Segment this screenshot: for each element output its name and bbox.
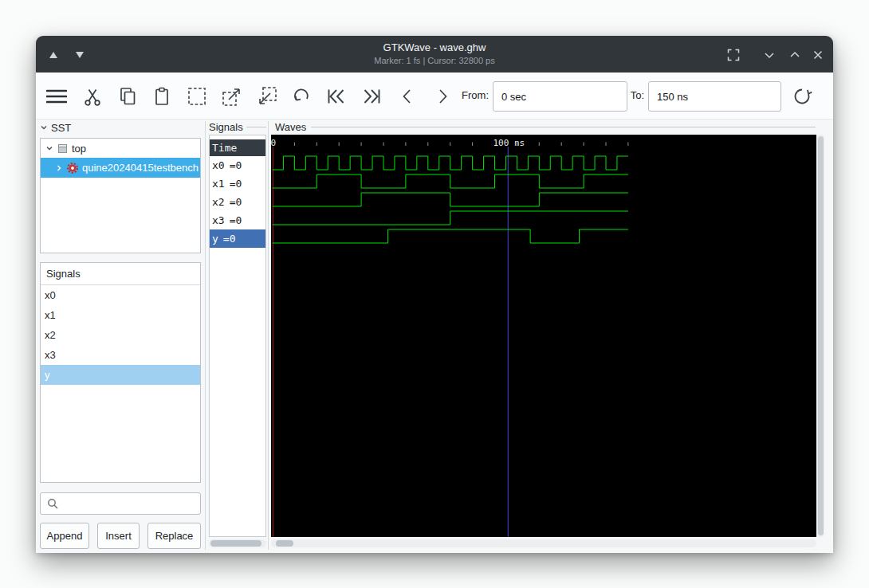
paste-button[interactable] xyxy=(148,83,175,110)
panel-splitter-right[interactable] xyxy=(268,121,269,550)
undo-button[interactable] xyxy=(288,83,315,110)
signal-name: x3 xyxy=(212,214,225,226)
signals-frame-line xyxy=(246,127,266,127)
signal-name: x1 xyxy=(212,178,225,190)
sst-tree: top quine20240415testbench xyxy=(40,138,201,253)
tree-item-top[interactable]: top xyxy=(41,139,200,158)
menu-icon xyxy=(46,88,67,104)
to-input[interactable] xyxy=(648,81,781,112)
signal-name-column: Time x0=0 x1=0 x2=0 x3=0 y=0 xyxy=(209,135,266,537)
panel-splitter-left[interactable] xyxy=(205,121,206,550)
signal-search-input[interactable] xyxy=(40,492,201,515)
signal-list-header: Signals xyxy=(41,263,200,285)
wave-signal-row-x1[interactable]: x1=0 xyxy=(210,174,265,193)
signal-value: =0 xyxy=(230,159,242,171)
scrollbar-thumb[interactable] xyxy=(818,136,824,535)
tree-item-label: top xyxy=(72,143,86,155)
time-header[interactable]: Time xyxy=(210,139,265,156)
desktop: GTKWave - wave.ghw Marker: 1 fs | Cursor… xyxy=(0,0,869,588)
close-icon xyxy=(812,49,824,61)
skip-to-end-icon xyxy=(361,87,382,106)
window-subtitle: Marker: 1 fs | Cursor: 32800 ps xyxy=(36,56,833,65)
main-content: SST top quine20240415testbench xyxy=(36,119,833,553)
close-button[interactable] xyxy=(809,46,827,64)
signals-frame-label: Signals xyxy=(209,121,243,133)
wave-signal-row-x2[interactable]: x2=0 xyxy=(210,193,265,211)
wave-canvas-svg: 0100 ns xyxy=(271,135,816,537)
signal-value: =0 xyxy=(230,178,242,190)
svg-text:0: 0 xyxy=(271,138,276,148)
signal-list-item-y[interactable]: y xyxy=(41,365,200,385)
wave-horizontal-scrollbar[interactable] xyxy=(271,539,816,547)
waves-frame-line xyxy=(311,127,816,127)
wave-signal-row-y[interactable]: y=0 xyxy=(210,229,265,248)
time-header-label: Time xyxy=(212,142,237,154)
fullscreen-icon xyxy=(727,49,740,61)
zoom-in-icon xyxy=(222,86,242,107)
module-icon xyxy=(57,143,68,154)
svg-text:100 ns: 100 ns xyxy=(493,138,525,148)
to-label: To: xyxy=(605,89,644,102)
zoom-in-button[interactable] xyxy=(218,83,246,110)
copy-button[interactable] xyxy=(114,83,141,110)
scrollbar-thumb[interactable] xyxy=(210,540,261,547)
append-button[interactable]: Append xyxy=(40,523,89,549)
wave-canvas[interactable]: 0100 ns xyxy=(271,135,816,537)
clipboard-icon xyxy=(153,87,171,106)
wave-signal-row-x0[interactable]: x0=0 xyxy=(210,156,265,174)
wave-vertical-scrollbar[interactable] xyxy=(817,135,824,537)
scissors-icon xyxy=(84,88,101,106)
sst-header[interactable]: SST xyxy=(40,121,71,134)
copy-icon xyxy=(119,87,137,106)
fetch-start-button[interactable] xyxy=(323,83,350,110)
window-title: GTKWave - wave.ghw xyxy=(36,41,833,53)
sst-signal-list: Signals x0 x1 x2 x3 y xyxy=(40,262,201,483)
names-horizontal-scrollbar[interactable] xyxy=(209,539,266,547)
zoom-fit-button[interactable] xyxy=(183,83,210,110)
skip-to-start-icon xyxy=(326,87,347,106)
insert-button[interactable]: Insert xyxy=(97,523,140,549)
signal-search xyxy=(40,492,201,515)
tree-item-testbench[interactable]: quine20240415testbench xyxy=(41,158,200,178)
expander-down-icon[interactable] xyxy=(45,144,53,152)
reload-button[interactable] xyxy=(788,83,816,110)
zoom-fit-icon xyxy=(187,86,207,107)
signal-list-item-x0[interactable]: x0 xyxy=(41,285,200,305)
gtkwave-window: GTKWave - wave.ghw Marker: 1 fs | Cursor… xyxy=(36,36,833,552)
replace-button[interactable]: Replace xyxy=(147,523,201,549)
collapse-chevron-icon xyxy=(40,123,48,131)
fetch-end-button[interactable] xyxy=(358,83,385,110)
signal-name: x0 xyxy=(212,159,225,171)
zoom-out-button[interactable] xyxy=(254,83,281,110)
signal-list-item-x2[interactable]: x2 xyxy=(41,325,200,345)
signal-name: y xyxy=(212,233,218,245)
chevron-down-icon xyxy=(763,49,776,61)
toolbar: From: To: xyxy=(36,73,833,119)
undo-icon xyxy=(292,87,311,106)
signal-list-item-x1[interactable]: x1 xyxy=(41,305,200,325)
wave-signal-row-x3[interactable]: x3=0 xyxy=(210,211,265,229)
reload-icon xyxy=(792,86,812,107)
signal-value: =0 xyxy=(230,196,242,208)
expander-right-icon[interactable] xyxy=(55,164,63,172)
signal-name: x2 xyxy=(212,196,225,208)
maximize-button[interactable] xyxy=(786,46,804,64)
zoom-out-icon xyxy=(257,86,277,107)
component-gear-icon xyxy=(67,163,78,174)
chevron-up-icon xyxy=(788,49,801,61)
signal-list-item-x3[interactable]: x3 xyxy=(41,345,200,365)
tree-item-label: quine20240415testbench xyxy=(82,162,199,174)
scrollbar-thumb[interactable] xyxy=(276,540,293,547)
chevron-left-icon xyxy=(398,87,417,106)
shift-left-button[interactable] xyxy=(394,83,421,110)
signal-value: =0 xyxy=(230,214,242,226)
waves-frame-label: Waves xyxy=(275,121,306,133)
cut-button[interactable] xyxy=(79,83,106,110)
sst-label: SST xyxy=(51,122,71,134)
signal-value: =0 xyxy=(223,233,236,245)
fullscreen-button[interactable] xyxy=(725,46,742,64)
from-label: From: xyxy=(444,89,489,102)
menu-button[interactable] xyxy=(43,83,70,110)
minimize-button[interactable] xyxy=(761,46,778,64)
titlebar[interactable]: GTKWave - wave.ghw Marker: 1 fs | Cursor… xyxy=(36,36,833,73)
